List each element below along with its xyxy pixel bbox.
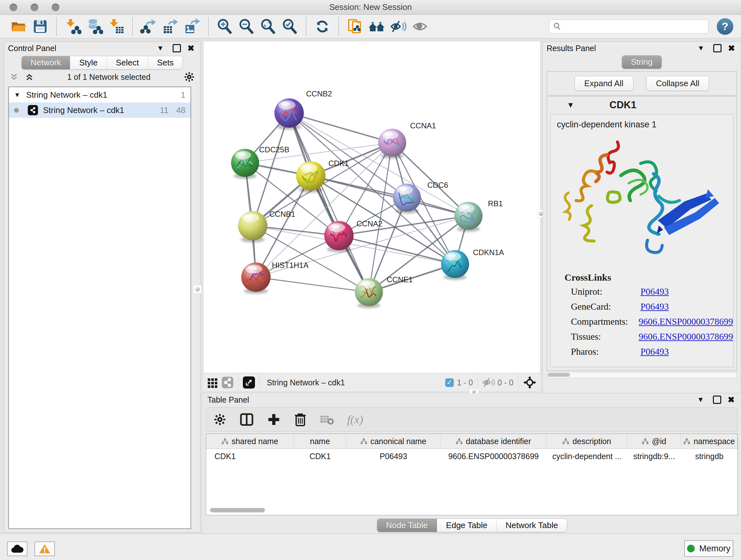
table-cell[interactable]: CDK1 bbox=[294, 449, 347, 463]
table-cell[interactable]: 9606.ENSP00000378699 bbox=[441, 449, 547, 463]
export-network-icon bbox=[140, 18, 157, 35]
crosslink-link[interactable]: P06493 bbox=[641, 347, 669, 357]
table-settings-gear-icon[interactable] bbox=[213, 413, 226, 426]
selected-checkbox-icon[interactable]: ✓ bbox=[445, 378, 454, 387]
show-columns-icon[interactable] bbox=[239, 412, 254, 427]
network-node-CDC6[interactable] bbox=[393, 184, 421, 213]
show-panel-button[interactable] bbox=[411, 17, 429, 36]
open-in-browser-icon[interactable] bbox=[243, 376, 255, 388]
home-button[interactable] bbox=[367, 17, 386, 36]
float-panel-icon[interactable] bbox=[713, 44, 722, 52]
import-network-file-button[interactable] bbox=[64, 17, 82, 36]
tab-sets[interactable]: Sets bbox=[148, 56, 183, 69]
open-session-button[interactable] bbox=[10, 17, 27, 36]
network-node-CCNB1[interactable] bbox=[238, 211, 267, 242]
network-node-CCNE1[interactable] bbox=[355, 278, 383, 308]
expand-all-icon[interactable] bbox=[24, 72, 34, 82]
results-panel-title: Results Panel bbox=[547, 44, 596, 53]
table-cell[interactable]: stringdb bbox=[681, 449, 738, 463]
refresh-button[interactable] bbox=[313, 17, 331, 36]
network-graph[interactable]: CCNB2CCNA1CDC25BCDK1CDC6RB1CCNB1CCNA2CDK… bbox=[203, 42, 540, 373]
tab-select[interactable]: Select bbox=[107, 56, 148, 69]
cloud-button[interactable] bbox=[7, 542, 27, 556]
collapse-entry-icon[interactable]: ▼ bbox=[567, 101, 575, 110]
panel-menu-icon[interactable]: ▼ bbox=[157, 44, 164, 52]
help-button[interactable]: ? bbox=[717, 18, 733, 35]
left-splitter-handle[interactable] bbox=[193, 285, 202, 294]
birds-eye-view-icon[interactable] bbox=[523, 375, 537, 389]
table-row[interactable]: CDK1CDK1P064939606.ENSP00000378699cyclin… bbox=[206, 449, 738, 463]
zoom-fit-button[interactable] bbox=[259, 17, 277, 36]
zoom-selected-button[interactable] bbox=[281, 17, 299, 36]
zoom-out-icon bbox=[238, 18, 255, 35]
import-table-button[interactable] bbox=[107, 17, 125, 36]
search-input[interactable] bbox=[564, 22, 704, 31]
column-header--id[interactable]: @id bbox=[627, 434, 681, 449]
network-view-icon[interactable] bbox=[221, 376, 233, 388]
add-column-icon[interactable] bbox=[267, 413, 281, 427]
crosslink-link[interactable]: 9606.ENSP00000378699 bbox=[638, 331, 733, 342]
close-panel-icon[interactable]: ✖ bbox=[728, 395, 735, 405]
save-session-button[interactable] bbox=[31, 17, 49, 36]
node-table[interactable]: shared namenamecanonical namedatabase id… bbox=[206, 434, 738, 515]
network-node-CDK1[interactable] bbox=[296, 161, 326, 192]
panel-menu-icon[interactable]: ▼ bbox=[697, 44, 704, 52]
expand-all-button[interactable]: Expand All bbox=[575, 76, 633, 91]
gear-icon[interactable] bbox=[184, 71, 195, 83]
import-network-database-button[interactable] bbox=[85, 17, 104, 36]
collapse-all-icon[interactable] bbox=[9, 72, 19, 82]
network-node-HIST1H1A[interactable] bbox=[241, 262, 271, 294]
zoom-in-button[interactable] bbox=[216, 17, 233, 36]
results-content: ▼ CDK1 cyclin-dependent kinase 1 bbox=[547, 96, 737, 371]
crosslink-link[interactable]: P06493 bbox=[641, 287, 669, 297]
network-node-CDC25B[interactable] bbox=[231, 149, 259, 179]
network-collection-row[interactable]: ▼ String Network – cdk1 1 bbox=[9, 87, 191, 103]
tab-network-table[interactable]: Network Table bbox=[496, 519, 567, 532]
table-cell[interactable]: CDK1 bbox=[206, 449, 294, 463]
delete-column-icon[interactable] bbox=[293, 412, 307, 427]
float-panel-icon[interactable] bbox=[173, 44, 181, 52]
search-box[interactable] bbox=[549, 19, 709, 34]
network-node-CCNA1[interactable] bbox=[378, 129, 406, 159]
table-horizontal-scrollbar[interactable] bbox=[210, 508, 265, 512]
node-entry-header[interactable]: ▼ CDK1 bbox=[547, 97, 737, 114]
clone-network-button[interactable] bbox=[346, 17, 364, 36]
results-horizontal-scrollbar[interactable] bbox=[547, 372, 737, 378]
column-header-canonical-name[interactable]: canonical name bbox=[346, 434, 441, 449]
zoom-out-button[interactable] bbox=[238, 17, 255, 36]
warnings-button[interactable] bbox=[35, 542, 55, 556]
close-panel-icon[interactable]: ✖ bbox=[187, 44, 194, 53]
crosslink-link[interactable]: P06493 bbox=[641, 301, 669, 312]
tab-string[interactable]: String bbox=[622, 56, 662, 69]
network-row-selected[interactable]: String Network – cdk1 11 48 bbox=[9, 103, 191, 118]
export-network-button[interactable] bbox=[140, 17, 158, 36]
panel-menu-icon[interactable]: ▼ bbox=[697, 395, 704, 404]
tab-edge-table[interactable]: Edge Table bbox=[437, 519, 496, 532]
column-header-database-identifier[interactable]: database identifier bbox=[441, 434, 547, 449]
network-node-RB1[interactable] bbox=[455, 202, 482, 232]
network-node-CDKN1A[interactable] bbox=[441, 250, 469, 280]
table-cell[interactable]: cyclin-dependent ... bbox=[547, 449, 627, 463]
memory-label: Memory bbox=[699, 544, 731, 554]
hide-panels-button[interactable] bbox=[389, 17, 407, 36]
close-panel-icon[interactable]: ✖ bbox=[728, 44, 735, 53]
title-bar: Session: New Session bbox=[0, 0, 741, 15]
tab-style[interactable]: Style bbox=[70, 56, 107, 69]
network-canvas[interactable]: CCNB2CCNA1CDC25BCDK1CDC6RB1CCNB1CCNA2CDK… bbox=[203, 42, 541, 373]
tab-node-table[interactable]: Node Table bbox=[377, 519, 437, 532]
tab-network[interactable]: Network bbox=[22, 56, 70, 69]
grid-view-icon[interactable] bbox=[207, 377, 218, 388]
column-header-description[interactable]: description bbox=[547, 434, 627, 449]
table-cell[interactable]: P06493 bbox=[347, 449, 441, 463]
collection-expand-icon[interactable]: ▼ bbox=[14, 91, 20, 99]
export-table-button[interactable] bbox=[161, 17, 179, 36]
crosslink-link[interactable]: 9606.ENSP00000378699 bbox=[638, 316, 733, 327]
column-header-shared-name[interactable]: shared name bbox=[206, 434, 294, 449]
memory-button[interactable]: Memory bbox=[684, 540, 733, 557]
column-header-namespace[interactable]: namespace bbox=[681, 434, 738, 449]
table-cell[interactable]: stringdb:9... bbox=[627, 449, 681, 463]
float-panel-icon[interactable] bbox=[713, 395, 721, 404]
column-header-name[interactable]: name bbox=[294, 434, 347, 449]
collapse-all-button[interactable]: Collapse All bbox=[646, 76, 710, 91]
export-image-button[interactable] bbox=[183, 17, 201, 36]
